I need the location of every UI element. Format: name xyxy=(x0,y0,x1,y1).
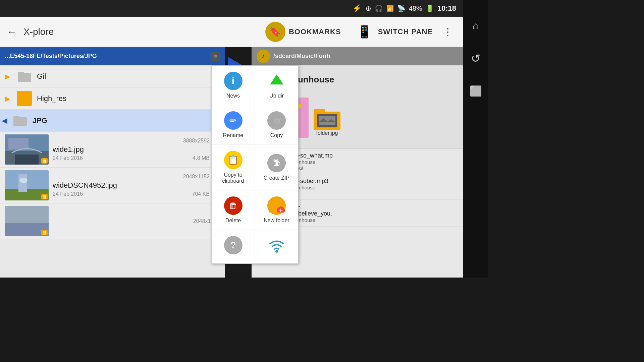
list-item[interactable]: ▦ 2048x1152 xyxy=(0,203,225,239)
image-thumbnail: ▦ xyxy=(5,170,49,200)
recent-apps-button[interactable]: ⬜ xyxy=(470,85,482,97)
music-info: 01-pink-so_what.mp P!nk - Funhouse 1. So… xyxy=(278,152,458,171)
folder-name: Funhouse xyxy=(292,74,334,85)
createzip-icon: 🗜 xyxy=(267,154,286,172)
rename-menu-item[interactable]: ✏ Rename xyxy=(212,105,255,145)
overlay-icon: ▦ xyxy=(41,158,48,164)
clipboard-icon: 📋 xyxy=(224,151,243,169)
switch-pane-label: SWITCH PANE xyxy=(378,27,433,36)
list-item[interactable]: ▦ 3888x2592 wide1.jpg 24 Feb 2016 4.8 MB… xyxy=(0,132,225,168)
rename-label: Rename xyxy=(223,132,243,138)
svg-rect-2 xyxy=(18,96,31,104)
status-time: 10:18 xyxy=(437,4,456,13)
bookmarks-button[interactable]: 🔖 BOOKMARKS xyxy=(265,22,341,42)
folder-jpg-icon xyxy=(314,107,340,130)
copy-icon: ⧉ xyxy=(267,111,286,130)
bookmarks-icon: 🔖 xyxy=(265,22,285,42)
image-resolution: 3888x2592 xyxy=(53,138,210,144)
list-item[interactable]: ◀ JPG ✓ xyxy=(0,110,225,132)
file-list: ▶ Gif ✓ ▶ High xyxy=(0,65,225,278)
selected-arrow: ◀ xyxy=(2,116,7,125)
news-menu-item[interactable]: i News xyxy=(212,66,255,105)
menu-button[interactable]: ⋮ xyxy=(439,26,456,38)
newfolder-menu-item[interactable]: + New folder xyxy=(255,190,298,230)
music-track: 1. So What xyxy=(278,165,458,171)
createzip-menu-item[interactable]: 🗜 Create ZIP xyxy=(255,145,298,190)
svg-rect-0 xyxy=(18,73,31,82)
help-icon: ? xyxy=(224,236,243,254)
svg-rect-8 xyxy=(8,138,29,149)
bookmarks-label: BOOKMARKS xyxy=(289,27,341,36)
svg-rect-4 xyxy=(13,117,27,126)
svg-point-21 xyxy=(275,250,278,253)
music-folder-icon: ♪ xyxy=(257,50,270,63)
list-item[interactable]: ▶ High_res ✓ xyxy=(0,87,225,110)
file-name: wideDSCN4952.jpg xyxy=(53,181,210,190)
back-button[interactable]: ← xyxy=(7,26,17,38)
delete-icon: 🗑 xyxy=(224,196,243,215)
battery-icon: 🔋 xyxy=(426,4,434,12)
file-date: 24 Feb 2016 xyxy=(53,155,83,161)
svg-point-13 xyxy=(19,178,28,183)
folder-name: Gif xyxy=(37,72,209,81)
help-menu-item[interactable]: ? xyxy=(212,230,255,263)
clipboard-menu-item[interactable]: 📋 Copy to clipboard xyxy=(212,145,255,190)
news-label: News xyxy=(226,93,240,99)
copy-menu-item[interactable]: ⧉ Copy xyxy=(255,105,298,145)
delete-menu-item[interactable]: 🗑 Delete xyxy=(212,190,255,230)
path-bar-icon: ≡ xyxy=(211,52,220,61)
right-path-bar: ♪ /sdcard/Music/Funh xyxy=(252,47,463,65)
clipboard-label: Copy to clipboard xyxy=(215,172,251,184)
updir-menu-item[interactable]: Up dir xyxy=(255,66,298,105)
headphone-icon: 🎧 xyxy=(375,4,383,12)
battery-percent: 48% xyxy=(409,5,422,12)
wifi-icon: 📡 xyxy=(397,4,406,12)
signal-icon: 📶 xyxy=(386,5,394,12)
list-item[interactable]: ▶ Gif ✓ xyxy=(0,65,225,87)
music-filename: 03-pink- xyxy=(278,203,458,210)
switch-pane-button[interactable]: 📱 SWITCH PANE xyxy=(355,22,433,42)
music-info: 02-pink-sober.mp3 P!nk - Funhouse 2. Sob… xyxy=(278,178,458,196)
image-thumbnail: ▦ xyxy=(5,206,49,236)
newfolder-label: New folder xyxy=(264,218,289,224)
list-item[interactable]: folder.jpg xyxy=(314,98,340,145)
file-size: 4.8 MB xyxy=(193,155,210,161)
list-item[interactable]: ▦ 2048x1152 wideDSCN4952.jpg 24 Feb 2016… xyxy=(0,168,225,203)
overlay-icon: ▦ xyxy=(41,194,48,199)
folder-name: JPG xyxy=(33,116,209,125)
switch-pane-icon: 📱 xyxy=(355,22,375,42)
overlay-icon: ▦ xyxy=(41,230,48,235)
svg-marker-16 xyxy=(270,74,283,84)
music-filename-2: i_dont_believe_you. xyxy=(278,210,458,217)
svg-rect-9 xyxy=(15,155,39,165)
updir-icon xyxy=(267,72,286,90)
folder-name: High_res xyxy=(37,94,209,103)
status-icons: ⊛ 🎧 📶 📡 48% 🔋 10:18 xyxy=(366,4,456,13)
file-size: 704 KB xyxy=(192,191,210,197)
main-content: ...E545-16FE/Tests/Pictures/JPG ≡ ▶ Gif … xyxy=(0,47,463,278)
image-resolution: 2048x1152 xyxy=(53,218,220,224)
svg-rect-30 xyxy=(314,109,325,113)
left-pane: ...E545-16FE/Tests/Pictures/JPG ≡ ▶ Gif … xyxy=(0,47,225,278)
system-buttons: ⌂ ↺ ⬜ xyxy=(463,0,488,278)
back-nav-button[interactable]: ↺ xyxy=(471,52,480,65)
file-meta: 24 Feb 2016 704 KB xyxy=(53,191,210,197)
folder-icon xyxy=(12,113,28,128)
file-date: 24 Feb 2016 xyxy=(53,191,83,197)
usb-icon: ⚡ xyxy=(353,4,362,13)
copy-label: Copy xyxy=(270,132,283,138)
music-filename: 02-pink-sober.mp3 xyxy=(278,178,458,185)
svg-rect-18 xyxy=(269,201,275,203)
app-bar: ← X-plore 🔖 BOOKMARKS 📱 SWITCH PANE ⋮ xyxy=(0,17,463,47)
expand-icon: ▶ xyxy=(5,95,12,103)
wifi-menu-item[interactable] xyxy=(255,230,298,263)
folder-icon xyxy=(17,91,32,106)
music-artist: P!nk - Funhouse xyxy=(278,185,458,190)
home-button[interactable]: ⌂ xyxy=(473,20,479,32)
news-icon: i xyxy=(224,72,243,90)
music-filename: 01-pink-so_what.mp xyxy=(278,152,458,159)
expand-icon: ▶ xyxy=(5,72,12,80)
newfolder-icon: + xyxy=(267,196,286,215)
svg-rect-5 xyxy=(13,116,19,118)
image-resolution: 2048x1152 xyxy=(53,174,210,180)
